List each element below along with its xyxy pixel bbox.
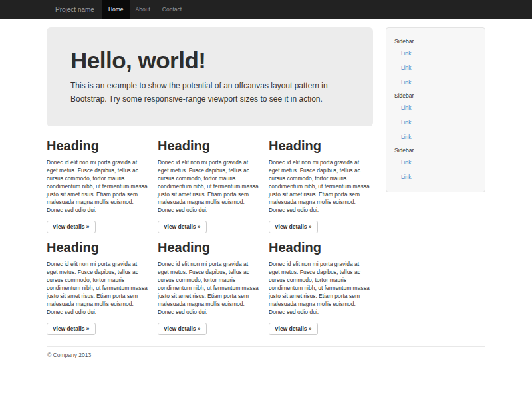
footer-divider	[47, 346, 485, 347]
card-body-text: Donec id elit non mi porta gravida at eg…	[269, 158, 371, 214]
card: Heading Donec id elit non mi porta gravi…	[47, 239, 151, 335]
view-details-button[interactable]: View details »	[269, 323, 318, 335]
navbar: Project name Home About Contact	[0, 0, 532, 19]
nav-item-home[interactable]: Home	[102, 0, 130, 19]
sidebar-link[interactable]: Link	[394, 75, 477, 90]
sidebar-group-heading: Sidebar	[394, 146, 477, 155]
sidebar-link[interactable]: Link	[394, 115, 477, 130]
card-heading: Heading	[269, 239, 373, 256]
page-title: Hello, world!	[70, 47, 349, 74]
view-details-button[interactable]: View details »	[47, 323, 96, 335]
card-heading: Heading	[47, 239, 151, 256]
copyright-text: © Company 2013	[47, 352, 485, 358]
jumbotron: Hello, world! This is an example to show…	[47, 27, 373, 126]
card-body-text: Donec id elit non mi porta gravida at eg…	[47, 158, 149, 214]
sidebar: Sidebar Link Link Link Sidebar Link Link…	[386, 27, 485, 192]
footer: © Company 2013	[47, 352, 485, 358]
card: Heading Donec id elit non mi porta gravi…	[269, 137, 373, 233]
nav-link-home[interactable]: Home	[102, 0, 130, 19]
cards-row-2: Heading Donec id elit non mi porta gravi…	[47, 239, 373, 335]
sidebar-group: Sidebar Link Link Link	[394, 37, 477, 90]
view-details-button[interactable]: View details »	[158, 221, 207, 233]
card: Heading Donec id elit non mi porta gravi…	[47, 137, 151, 233]
sidebar-link[interactable]: Link	[394, 170, 477, 184]
card-heading: Heading	[269, 137, 373, 154]
nav-item-about[interactable]: About	[130, 0, 156, 19]
sidebar-group: Sidebar Link Link Link	[394, 91, 477, 144]
view-details-button[interactable]: View details »	[47, 221, 96, 233]
card-heading: Heading	[47, 137, 151, 154]
sidebar-link[interactable]: Link	[394, 61, 477, 75]
sidebar-link[interactable]: Link	[394, 155, 477, 170]
navbar-brand[interactable]: Project name	[47, 0, 102, 19]
card: Heading Donec id elit non mi porta gravi…	[158, 239, 262, 335]
view-details-button[interactable]: View details »	[158, 323, 207, 335]
sidebar-link[interactable]: Link	[394, 100, 477, 115]
nav-link-contact[interactable]: Contact	[156, 0, 188, 19]
sidebar-group: Sidebar Link Link	[394, 146, 477, 184]
navbar-menu: Home About Contact	[102, 0, 188, 19]
nav-link-about[interactable]: About	[130, 0, 156, 19]
card-body-text: Donec id elit non mi porta gravida at eg…	[158, 260, 260, 316]
sidebar-link[interactable]: Link	[394, 130, 477, 144]
sidebar-group-heading: Sidebar	[394, 91, 477, 100]
content-column: Hello, world! This is an example to show…	[47, 27, 373, 335]
navbar-container: Project name Home About Contact	[47, 0, 485, 19]
card-body-text: Donec id elit non mi porta gravida at eg…	[47, 260, 149, 316]
card-body-text: Donec id elit non mi porta gravida at eg…	[158, 158, 260, 214]
card: Heading Donec id elit non mi porta gravi…	[158, 137, 262, 233]
main-row: Hello, world! This is an example to show…	[47, 27, 485, 335]
card-heading: Heading	[158, 137, 262, 154]
card: Heading Donec id elit non mi porta gravi…	[269, 239, 373, 335]
jumbotron-description: This is an example to show the potential…	[70, 79, 344, 106]
nav-item-contact[interactable]: Contact	[156, 0, 188, 19]
card-body-text: Donec id elit non mi porta gravida at eg…	[269, 260, 371, 316]
sidebar-link[interactable]: Link	[394, 46, 477, 61]
view-details-button[interactable]: View details »	[269, 221, 318, 233]
cards-row-1: Heading Donec id elit non mi porta gravi…	[47, 137, 373, 233]
card-heading: Heading	[158, 239, 262, 256]
page-container: Hello, world! This is an example to show…	[47, 27, 485, 358]
sidebar-group-heading: Sidebar	[394, 37, 477, 46]
